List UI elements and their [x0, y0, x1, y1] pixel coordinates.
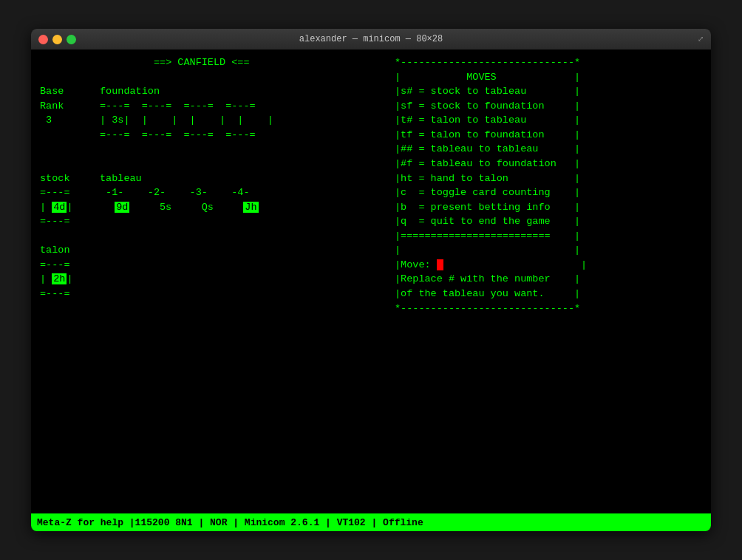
maximize-button[interactable] [67, 35, 76, 44]
status-bar: Meta-Z for help |115200 8N1 | NOR | Mini… [31, 513, 711, 531]
close-button[interactable] [38, 35, 48, 44]
terminal-content[interactable]: ==> CANFIELD <== Base foundation Rank =-… [31, 49, 711, 513]
status-text: Meta-Z for help |115200 8N1 | NOR | Mini… [37, 517, 423, 528]
minimize-button[interactable] [52, 35, 62, 44]
traffic-lights [38, 35, 76, 44]
moves-box: *-----------------------------* | MOVES … [395, 55, 587, 315]
window-title: alexander — minicom — 80×28 [299, 34, 443, 44]
expand-icon[interactable]: ⤢ [698, 35, 704, 44]
titlebar: alexander — minicom — 80×28 ⤢ [31, 29, 711, 49]
terminal-text: ==> CANFIELD <== Base foundation Rank =-… [40, 55, 702, 301]
terminal-window: alexander — minicom — 80×28 ⤢ ==> CANFIE… [31, 29, 711, 531]
